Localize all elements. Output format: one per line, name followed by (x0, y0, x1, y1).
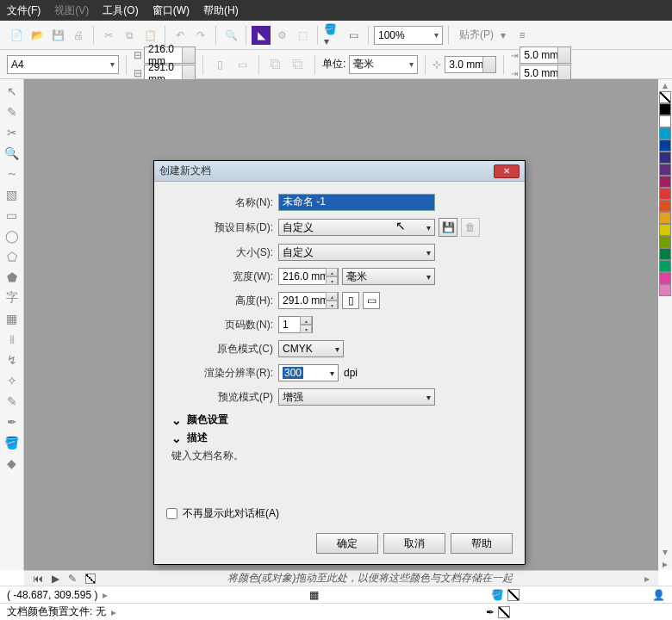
palette-more-icon[interactable]: ▸ (658, 558, 672, 570)
paint-bucket-icon[interactable]: 🪣 (491, 589, 504, 601)
user-icon[interactable]: 👤 (652, 589, 665, 601)
pages-input[interactable]: 1▴▾ (278, 316, 313, 333)
freehand-tool-icon[interactable]: ～ (3, 165, 21, 183)
close-icon[interactable]: ✕ (494, 164, 520, 178)
color-swatch-14[interactable] (659, 272, 671, 284)
save-preset-icon[interactable]: 💾 (439, 218, 457, 237)
cancel-button[interactable]: 取消 (383, 533, 445, 554)
color-swatch-12[interactable] (659, 248, 671, 260)
undo-icon: ↶ (171, 26, 190, 45)
dportrait-icon[interactable]: ▯ (342, 292, 359, 309)
palette-down-icon[interactable]: ▾ (658, 546, 672, 558)
help-button[interactable]: 帮助 (451, 533, 513, 554)
snap-label[interactable]: 贴齐(P) (454, 28, 499, 42)
status-color-icon[interactable]: ▦ (309, 589, 319, 601)
no-outline-swatch[interactable] (498, 606, 510, 618)
no-fill-swatch[interactable] (507, 589, 520, 601)
color-swatch-2[interactable] (659, 127, 671, 140)
text-tool-icon[interactable]: 字 (3, 289, 21, 307)
nav-first-icon[interactable]: ⏮ (33, 573, 43, 585)
menu-window[interactable]: 窗口(W) (152, 3, 190, 18)
description-toggle[interactable]: 描述 (171, 431, 513, 445)
effects-tool-icon[interactable]: ✧ (3, 372, 21, 389)
profile-more-icon[interactable]: ▸ (111, 606, 116, 618)
color-swatch-10[interactable] (659, 224, 671, 236)
width-unit-dropdown[interactable]: 毫米 (342, 268, 435, 285)
outline-tool-icon[interactable]: ✒ (3, 413, 21, 431)
table-tool-icon[interactable]: ▦ (3, 310, 21, 327)
dwidth-input[interactable]: 216.0 mm▴▾ (278, 268, 339, 285)
fill-icon[interactable]: 🪣▾ (323, 26, 342, 45)
interactive-fill-icon[interactable]: ◆ (3, 455, 21, 472)
preview-dropdown[interactable]: 增强 (278, 388, 435, 406)
cursor-coords: ( -48.687, 309.595 ) (7, 589, 97, 601)
polygon-tool-icon[interactable]: ⬠ (3, 248, 21, 265)
shape-tool-icon[interactable]: ✎ (3, 103, 21, 121)
preset-dropdown[interactable]: 自定义 (278, 219, 435, 236)
menu-tools[interactable]: 工具(O) (103, 3, 138, 18)
color-swatch-0[interactable] (659, 103, 671, 115)
menu-file[interactable]: 文件(F) (7, 3, 40, 18)
dlandscape-icon[interactable]: ▭ (363, 292, 380, 309)
no-color-swatch[interactable] (659, 91, 671, 103)
redo-icon: ↷ (191, 26, 210, 45)
color-settings-toggle[interactable]: 颜色设置 (171, 412, 513, 427)
color-swatch-4[interactable] (659, 152, 671, 164)
palette-up-icon[interactable]: ▴ (658, 79, 672, 91)
nav-play-icon[interactable]: ▶ (52, 573, 59, 585)
pen-nib-icon[interactable]: ✒ (486, 606, 495, 618)
color-swatch-9[interactable] (659, 212, 671, 224)
open-icon[interactable]: 📂 (28, 26, 47, 45)
ellipse-tool-icon[interactable]: ◯ (3, 227, 21, 245)
color-swatch-3[interactable] (659, 140, 671, 152)
no-show-checkbox[interactable] (166, 508, 177, 519)
unit-dropdown[interactable]: 毫米 (349, 55, 418, 74)
resolution-unit: dpi (344, 367, 358, 379)
pick-tool-icon[interactable]: ↖ (3, 83, 21, 100)
size-dropdown[interactable]: 自定义 (278, 244, 435, 261)
coords-more-icon[interactable]: ▸ (103, 589, 108, 601)
width-label: 宽度(W): (166, 270, 278, 284)
color-swatch-1[interactable] (659, 115, 671, 127)
scroll-right-icon[interactable]: ▸ (644, 573, 650, 585)
nudge-input[interactable]: 3.0 mm (445, 56, 496, 73)
colormode-dropdown[interactable]: CMYK (278, 340, 344, 357)
dheight-input[interactable]: 291.0 mm▴▾ (278, 292, 339, 309)
color-swatch-6[interactable] (659, 176, 671, 188)
pages-a-icon: ⿻ (266, 55, 285, 74)
rectangle-tool-icon[interactable]: ▭ (3, 207, 21, 224)
new-icon[interactable]: 📄 (7, 26, 26, 45)
no-show-label: 不再显示此对话框(A) (183, 506, 279, 521)
color-swatch-13[interactable] (659, 260, 671, 272)
color-swatch-15[interactable] (659, 284, 671, 296)
color-swatch-7[interactable] (659, 188, 671, 200)
dialog-titlebar[interactable]: 创建新文档 ✕ (154, 161, 525, 182)
tool-c-icon: ⬚ (293, 26, 312, 45)
resolution-dropdown[interactable]: 300 (278, 364, 339, 381)
eyedropper-tool-icon[interactable]: ✎ (3, 393, 21, 410)
color-swatch-5[interactable] (659, 164, 671, 176)
connector-tool-icon[interactable]: ↯ (3, 351, 21, 369)
dup-x-input[interactable]: 5.0 mm (520, 46, 571, 64)
menu-bar: 文件(F) 视图(V) 工具(O) 窗口(W) 帮助(H) (0, 0, 672, 21)
color-swatch-11[interactable] (659, 236, 671, 248)
fill-tool-icon[interactable]: 🪣 (3, 434, 21, 451)
nav-none-swatch[interactable] (85, 574, 96, 584)
cut-icon: ✂ (99, 26, 118, 45)
outline-icon[interactable]: ▭ (344, 26, 363, 45)
zoom-dropdown[interactable]: 100% (374, 26, 443, 45)
color-swatch-8[interactable] (659, 200, 671, 212)
tool-a-icon[interactable]: ◣ (252, 26, 271, 45)
smart-fill-icon[interactable]: ▧ (3, 186, 21, 203)
zoom-tool-icon[interactable]: 🔍 (3, 145, 21, 162)
shape-basic-icon[interactable]: ⬟ (3, 269, 21, 286)
dimension-tool-icon[interactable]: ⫴ (3, 331, 21, 348)
status-bar-2: 文档颜色预置文件: 无 ▸ ✒ (0, 603, 672, 620)
crop-tool-icon[interactable]: ✂ (3, 124, 21, 141)
nav-eyedrop-icon[interactable]: ✎ (68, 573, 77, 585)
options-icon[interactable]: ≡ (513, 26, 532, 45)
ok-button[interactable]: 确定 (316, 533, 378, 554)
menu-help[interactable]: 帮助(H) (203, 3, 239, 18)
name-input[interactable]: 未命名 -1 (278, 194, 435, 211)
page-size-dropdown[interactable]: A4 (7, 55, 119, 74)
